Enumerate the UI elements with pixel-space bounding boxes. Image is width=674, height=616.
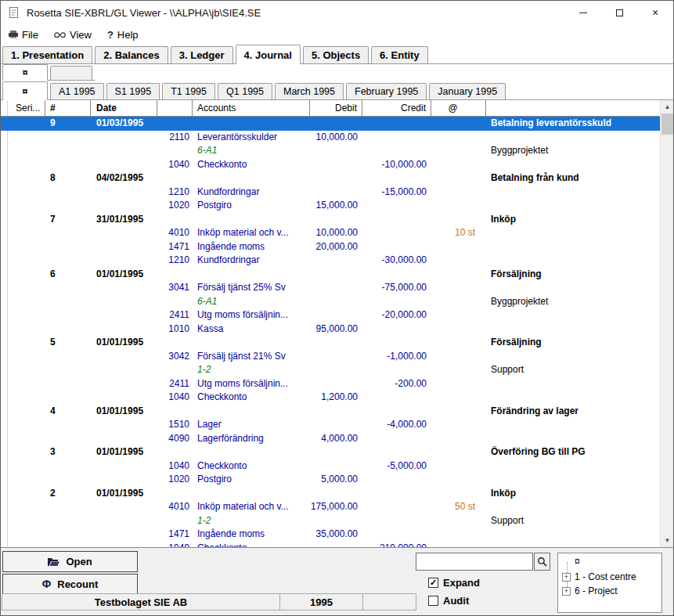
audit-checkbox-box[interactable]	[428, 596, 438, 606]
journal-entry-row[interactable]: 601/01/1995Försäljning	[1, 268, 660, 282]
account-line-row[interactable]: 3042Försälj tjänst 21% Sv-1,000.00	[1, 350, 660, 364]
period-tab-s1-1995[interactable]: S1 1995	[106, 83, 160, 99]
account-line-row[interactable]: 1210Kundfordringar-15,000.00	[1, 186, 660, 200]
scrollbar-thumb[interactable]	[661, 113, 673, 135]
account-line-row[interactable]: 1020Postgiro15,000.00	[1, 199, 660, 213]
recount-button[interactable]: Φ Recount	[2, 574, 138, 594]
expand-icon[interactable]: +	[562, 587, 571, 596]
account-line-row[interactable]: 1010Kassa95,000.00	[1, 322, 660, 337]
account-line-row[interactable]: 1471Ingående moms35,000.00	[1, 528, 660, 542]
series-tab-blank[interactable]	[50, 66, 92, 80]
account-line-row[interactable]: 2411Utg moms försäljnin...-20,000.00	[1, 308, 660, 322]
account-line-row[interactable]: 1210Kundfordringar-30,000.00	[1, 254, 660, 268]
cell-desc	[486, 281, 660, 295]
scroll-down-button[interactable]: ▼	[661, 534, 674, 547]
cell-at	[431, 336, 486, 350]
cell-credit: -1,000.00	[362, 350, 431, 364]
tree-item-6-project[interactable]: +6 - Project	[562, 585, 618, 597]
column-header-ind[interactable]	[1, 100, 8, 116]
tree-root[interactable]: ¤	[575, 555, 580, 567]
period-tab-t1-1995[interactable]: T1 1995	[162, 83, 215, 99]
column-header-debit[interactable]: Debit	[310, 100, 362, 116]
object-dimension-row[interactable]: 6-A1Byggprojektet	[1, 295, 660, 309]
close-button[interactable]: ×	[637, 1, 673, 24]
period-tab-march-1995[interactable]: March 1995	[275, 83, 344, 99]
menu-view[interactable]: View	[46, 24, 99, 45]
account-line-row[interactable]: 1040Checkkonto-10,000.00	[1, 158, 660, 172]
cell-date	[91, 295, 157, 309]
cell-debit	[310, 336, 362, 350]
journal-entry-row[interactable]: 901/03/1995Betalning leverantörsskuld	[1, 117, 660, 131]
menu-file[interactable]: File	[1, 24, 46, 45]
journal-entry-row[interactable]: 201/01/1995Inköp	[1, 487, 660, 501]
period-tab-january-1995[interactable]: January 1995	[429, 83, 506, 99]
column-header-desc[interactable]	[486, 100, 660, 116]
cell-at	[431, 542, 486, 548]
series-tab-idx-0[interactable]: ¤	[2, 64, 48, 81]
object-dimension-row[interactable]: 1-2Support	[1, 514, 660, 528]
account-line-row[interactable]: 1020Postgiro5,000.00	[1, 473, 660, 487]
account-line-row[interactable]: 4090Lagerförändring4,000.00	[1, 432, 660, 446]
account-line-row[interactable]: 1040Checkkonto-210,000.00	[1, 542, 660, 548]
cell-credit: -5,000.00	[362, 459, 431, 474]
cell-seri	[8, 350, 45, 364]
close-icon: ×	[652, 7, 658, 18]
period-tab-a1-1995[interactable]: A1 1995	[50, 83, 104, 99]
main-tab-3-ledger[interactable]: 3. Ledger	[171, 46, 233, 63]
column-header-seri[interactable]: Seri...	[8, 100, 45, 116]
scroll-up-button[interactable]: ▲	[661, 100, 674, 113]
account-line-row[interactable]: 3041Försälj tjänst 25% Sv-75,000.00	[1, 281, 660, 295]
main-tab-4-journal[interactable]: 4. Journal	[236, 45, 301, 64]
object-dimension-row[interactable]: 1-2Support	[1, 363, 660, 377]
cell-desc	[486, 350, 660, 364]
journal-entry-row[interactable]: 731/01/1995Inköp	[1, 213, 660, 227]
menu-help[interactable]: ? Help	[99, 24, 146, 45]
journal-entry-row[interactable]: 301/01/1995Överföring BG till PG	[1, 445, 660, 459]
main-tab-6-entity[interactable]: 6. Entity	[371, 46, 428, 63]
cell-at	[431, 240, 486, 254]
column-header-date[interactable]: Date	[91, 100, 157, 116]
main-tab-1-presentation[interactable]: 1. Presentation	[2, 46, 92, 63]
cell-desc	[486, 322, 660, 337]
main-tab-2-balances[interactable]: 2. Balances	[95, 46, 168, 63]
account-line-row[interactable]: 1510Lager-4,000.00	[1, 418, 660, 432]
account-line-row[interactable]: 4010Inköp material och v...175,000.0050 …	[1, 500, 660, 514]
minimize-button[interactable]	[565, 1, 601, 24]
journal-entry-row[interactable]: 401/01/1995Förändring av lager	[1, 405, 660, 419]
column-header-at[interactable]: @	[431, 100, 486, 116]
account-line-row[interactable]: 1471Ingående moms20,000.00	[1, 240, 660, 254]
vertical-scrollbar[interactable]: ▲ ▼	[660, 100, 673, 547]
account-line-row[interactable]: 2110Leverantörsskulder10,000.00	[1, 131, 660, 145]
period-tab-february-1995[interactable]: February 1995	[346, 83, 427, 99]
account-line-row[interactable]: 4010Inköp material och v...10,000.0010 s…	[1, 226, 660, 240]
journal-entry-row[interactable]: 501/01/1995Försäljning	[1, 336, 660, 350]
tree-item-1-cost-centre[interactable]: +1 - Cost centre	[562, 571, 636, 583]
object-dimension-row[interactable]: 6-A1Byggprojektet	[1, 144, 660, 158]
column-header-acct[interactable]	[157, 100, 193, 116]
period-tab-q1-1995[interactable]: Q1 1995	[218, 83, 272, 99]
account-line-row[interactable]: 1040Checkkonto1,200.00	[1, 391, 660, 405]
account-line-row[interactable]: 2411Utg moms försäljnin...-200.00	[1, 377, 660, 391]
cell-desc: Försäljning	[486, 268, 660, 282]
period-tab-idx-0[interactable]: ¤	[2, 81, 48, 100]
expand-checkbox-box[interactable]: ✓	[428, 578, 438, 588]
search-input[interactable]	[416, 553, 533, 571]
open-button[interactable]: Open	[2, 551, 138, 572]
cell-date	[91, 240, 157, 254]
main-tab-5-objects[interactable]: 5. Objects	[303, 46, 369, 63]
cell-debit	[310, 459, 362, 474]
cell-date	[91, 363, 157, 377]
cell-num: 4	[45, 405, 91, 419]
maximize-button[interactable]	[601, 1, 637, 24]
account-line-row[interactable]: 1040Checkkonto-5,000.00	[1, 459, 660, 474]
column-header-num[interactable]: #	[45, 100, 91, 116]
recount-button-label: Recount	[57, 578, 98, 590]
audit-checkbox[interactable]: Audit	[428, 595, 469, 607]
column-header-accounts[interactable]: Accounts	[193, 100, 310, 116]
journal-entry-row[interactable]: 804/02/1995Betalning från kund	[1, 171, 660, 186]
expand-icon[interactable]: +	[562, 573, 571, 582]
expand-checkbox[interactable]: ✓ Expand	[428, 577, 480, 589]
column-header-credit[interactable]: Credit	[362, 100, 431, 116]
cell-num	[45, 377, 91, 391]
search-button[interactable]	[534, 553, 550, 571]
